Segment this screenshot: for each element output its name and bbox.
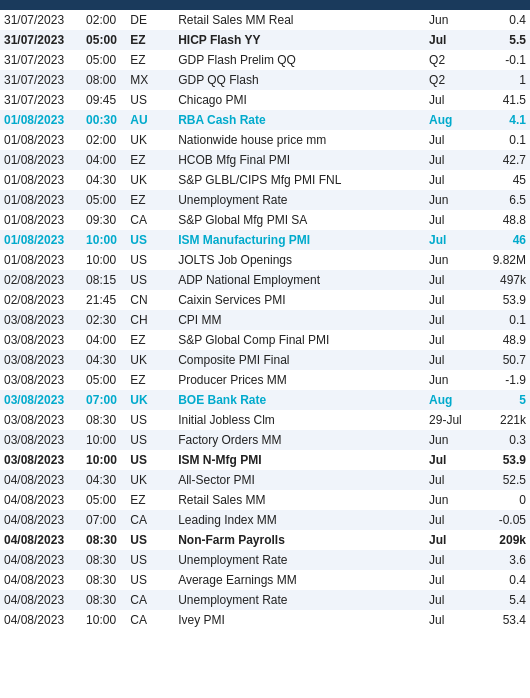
cell-date: 31/07/2023 — [0, 90, 82, 110]
cell-econ: Caixin Services PMI — [174, 290, 425, 310]
cell-time: 10:00 — [82, 250, 126, 270]
cell-date: 02/08/2023 — [0, 270, 82, 290]
table-row: 31/07/202305:00EZHICP Flash YYJul5.5 — [0, 30, 530, 50]
cell-period: Jul — [425, 550, 473, 570]
cell-date: 03/08/2023 — [0, 310, 82, 330]
header-prior — [473, 0, 530, 10]
cell-time: 10:00 — [82, 230, 126, 250]
cell-econ: Initial Jobless Clm — [174, 410, 425, 430]
cell-region: UK — [126, 470, 174, 490]
cell-time: 09:30 — [82, 210, 126, 230]
cell-period: Jul — [425, 450, 473, 470]
cell-date: 03/08/2023 — [0, 370, 82, 390]
cell-region: UK — [126, 170, 174, 190]
table-row: 03/08/202308:30USInitial Jobless Clm29-J… — [0, 410, 530, 430]
cell-time: 05:00 — [82, 50, 126, 70]
cell-date: 31/07/2023 — [0, 30, 82, 50]
cell-date: 31/07/2023 — [0, 10, 82, 30]
header-econ — [174, 0, 425, 10]
cell-region: CA — [126, 610, 174, 630]
cell-econ: Retail Sales MM — [174, 490, 425, 510]
cell-econ: S&P Global Mfg PMI SA — [174, 210, 425, 230]
cell-prior: 0 — [473, 490, 530, 510]
cell-period: Jul — [425, 570, 473, 590]
cell-time: 21:45 — [82, 290, 126, 310]
cell-period: Jun — [425, 250, 473, 270]
table-row: 01/08/202300:30AURBA Cash RateAug4.1 — [0, 110, 530, 130]
cell-date: 03/08/2023 — [0, 390, 82, 410]
cell-econ: All-Sector PMI — [174, 470, 425, 490]
cell-econ: Unemployment Rate — [174, 190, 425, 210]
cell-time: 08:00 — [82, 70, 126, 90]
cell-date: 31/07/2023 — [0, 50, 82, 70]
cell-prior: 3.6 — [473, 550, 530, 570]
table-row: 01/08/202304:30UKS&P GLBL/CIPS Mfg PMI F… — [0, 170, 530, 190]
cell-time: 04:30 — [82, 470, 126, 490]
cell-period: Jun — [425, 10, 473, 30]
cell-prior: 5 — [473, 390, 530, 410]
cell-econ: Unemployment Rate — [174, 590, 425, 610]
table-row: 04/08/202308:30CAUnemployment RateJul5.4 — [0, 590, 530, 610]
cell-prior: 6.5 — [473, 190, 530, 210]
cell-period: Jun — [425, 430, 473, 450]
economic-calendar-table: 31/07/202302:00DERetail Sales MM RealJun… — [0, 0, 530, 630]
cell-period: Jul — [425, 590, 473, 610]
cell-prior: 0.4 — [473, 10, 530, 30]
cell-region: CH — [126, 310, 174, 330]
cell-period: Aug — [425, 390, 473, 410]
cell-time: 00:30 — [82, 110, 126, 130]
cell-time: 10:00 — [82, 430, 126, 450]
table-row: 03/08/202304:00EZS&P Global Comp Final P… — [0, 330, 530, 350]
cell-period: Jul — [425, 610, 473, 630]
cell-date: 03/08/2023 — [0, 350, 82, 370]
table-row: 04/08/202308:30USAverage Earnings MMJul0… — [0, 570, 530, 590]
cell-time: 10:00 — [82, 450, 126, 470]
cell-period: Jul — [425, 170, 473, 190]
table-row: 01/08/202310:00USISM Manufacturing PMIJu… — [0, 230, 530, 250]
cell-prior: 50.7 — [473, 350, 530, 370]
cell-prior: -0.1 — [473, 50, 530, 70]
cell-time: 02:00 — [82, 130, 126, 150]
cell-econ: Unemployment Rate — [174, 550, 425, 570]
cell-region: MX — [126, 70, 174, 90]
cell-region: EZ — [126, 330, 174, 350]
cell-time: 08:30 — [82, 410, 126, 430]
cell-region: DE — [126, 10, 174, 30]
header-date — [0, 0, 82, 10]
cell-period: Jul — [425, 90, 473, 110]
cell-time: 10:00 — [82, 610, 126, 630]
cell-time: 08:30 — [82, 550, 126, 570]
cell-region: EZ — [126, 50, 174, 70]
cell-prior: 42.7 — [473, 150, 530, 170]
cell-econ: HICP Flash YY — [174, 30, 425, 50]
cell-period: Jul — [425, 510, 473, 530]
cell-time: 04:30 — [82, 350, 126, 370]
cell-region: UK — [126, 390, 174, 410]
table-row: 01/08/202310:00USJOLTS Job OpeningsJun9.… — [0, 250, 530, 270]
cell-time: 05:00 — [82, 490, 126, 510]
cell-period: Jul — [425, 30, 473, 50]
cell-prior: 221k — [473, 410, 530, 430]
cell-date: 04/08/2023 — [0, 510, 82, 530]
cell-econ: BOE Bank Rate — [174, 390, 425, 410]
cell-prior: 4.1 — [473, 110, 530, 130]
table-row: 01/08/202304:00EZHCOB Mfg Final PMIJul42… — [0, 150, 530, 170]
cell-date: 03/08/2023 — [0, 410, 82, 430]
cell-period: Jul — [425, 350, 473, 370]
table-row: 04/08/202308:30USNon-Farm PayrollsJul209… — [0, 530, 530, 550]
cell-econ: Factory Orders MM — [174, 430, 425, 450]
cell-prior: -1.9 — [473, 370, 530, 390]
cell-econ: S&P Global Comp Final PMI — [174, 330, 425, 350]
cell-date: 02/08/2023 — [0, 290, 82, 310]
table-row: 03/08/202305:00EZProducer Prices MMJun-1… — [0, 370, 530, 390]
cell-econ: Retail Sales MM Real — [174, 10, 425, 30]
cell-period: Jun — [425, 370, 473, 390]
cell-prior: -0.05 — [473, 510, 530, 530]
cell-prior: 45 — [473, 170, 530, 190]
table-row: 04/08/202308:30USUnemployment RateJul3.6 — [0, 550, 530, 570]
cell-prior: 48.9 — [473, 330, 530, 350]
table-row: 03/08/202310:00USISM N-Mfg PMIJul53.9 — [0, 450, 530, 470]
cell-time: 08:30 — [82, 570, 126, 590]
cell-region: CA — [126, 510, 174, 530]
cell-econ: Nationwide house price mm — [174, 130, 425, 150]
